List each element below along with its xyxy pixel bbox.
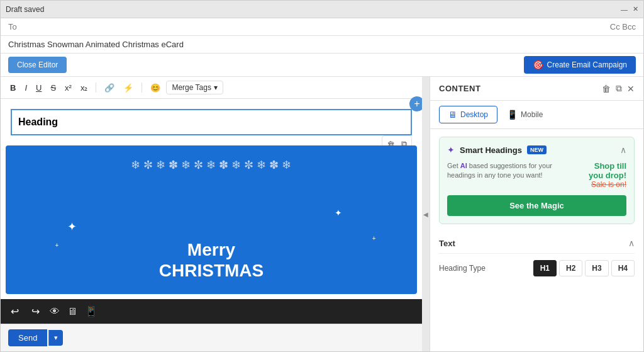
sparkle-3: + <box>55 242 58 249</box>
tab-desktop[interactable]: 🖥 Desktop <box>439 106 497 123</box>
smart-headings-title: Smart Headings <box>460 145 522 155</box>
send-dropdown-button[interactable]: ▾ <box>48 330 63 346</box>
toolbar-divider-1 <box>96 82 96 93</box>
underline-button[interactable]: U <box>33 82 45 94</box>
mobile-preview-icon[interactable]: 📱 <box>85 305 97 317</box>
merge-tags-button[interactable]: Merge Tags ▾ <box>166 81 223 94</box>
close-window-button[interactable]: ✕ <box>633 5 638 13</box>
smart-headings-title-row: ✦ Smart Headings NEW <box>447 145 547 155</box>
send-button[interactable]: Send <box>8 329 47 346</box>
add-block-icon[interactable]: + <box>409 96 422 111</box>
subscript-button[interactable]: x₂ <box>77 82 91 94</box>
text-section-header: Text ∧ <box>439 233 635 254</box>
christmas-card-image: ❄ ✼ ❄ ✽ ❄ ✼ ❄ ✽ ❄ ✼ ❄ ✽ ❄ ✦ ✦ + + Merry … <box>6 145 417 294</box>
link-button[interactable]: 🔗 <box>101 82 118 94</box>
superscript-button[interactable]: x² <box>62 82 75 94</box>
snowflakes-row: ❄ ✼ ❄ ✽ ❄ ✼ ❄ ✽ ❄ ✼ ❄ ✽ ❄ <box>6 158 417 172</box>
editor-toolbar-row: Close Editor 🎯 Create Email Campaign <box>1 54 643 77</box>
title-bar: Draft saved — ✕ <box>1 1 643 18</box>
ai-text: AI <box>460 162 467 169</box>
text-section-collapse-button[interactable]: ∧ <box>628 238 635 248</box>
send-area: Send ▾ <box>1 324 422 351</box>
strikethrough-button[interactable]: S <box>47 82 59 94</box>
panel-duplicate-button[interactable]: ⧉ <box>616 83 622 94</box>
collapse-arrow[interactable]: ◀ <box>423 211 428 218</box>
cc-bcc-button[interactable]: Cc Bcc <box>610 22 636 31</box>
heading-block: Heading + 🗑 ⧉ <box>6 104 417 140</box>
text-section-title: Text <box>439 239 455 248</box>
smart-headings-content: Get AI based suggestions for your headin… <box>447 161 626 189</box>
smart-desc-text: Get AI based suggestions for your headin… <box>447 161 575 181</box>
editor-area: B I U S x² x₂ 🔗 ⚡ 😊 Merge Tags ▾ Head <box>1 77 422 351</box>
sale-text: Sale is on! <box>581 180 626 189</box>
christmas-text: Merry CHRISTMAS <box>159 239 264 281</box>
heading-editable[interactable]: Heading <box>11 109 412 135</box>
compose-to-row: To Cc Bcc <box>1 18 643 36</box>
preview-icon[interactable]: 👁 <box>50 306 60 317</box>
subject-row: Christmas Snowman Animated Christmas eCa… <box>1 36 643 54</box>
text-section: Text ∧ Heading Type H1 H2 H3 H4 <box>439 233 635 276</box>
scroll-divider: ◀ <box>422 77 430 351</box>
footer-controls: ↩ ↪ 👁 🖥 📱 <box>8 304 97 319</box>
right-panel: CONTENT 🗑 ⧉ ✕ 🖥 Desktop 📱 Mobile <box>430 77 643 351</box>
heading-type-row: Heading Type H1 H2 H3 H4 <box>439 260 635 276</box>
smart-headings-section: ✦ Smart Headings NEW ∧ Get AI based sugg… <box>439 137 635 224</box>
minimize-button[interactable]: — <box>621 6 628 13</box>
sparkle-1: ✦ <box>67 220 77 234</box>
h4-button[interactable]: H4 <box>611 260 635 276</box>
ai-sparkle-icon: ✦ <box>447 145 455 155</box>
editor-footer: ↩ ↪ 👁 🖥 📱 <box>1 299 422 324</box>
bold-button[interactable]: B <box>7 82 19 94</box>
sparkle-4: + <box>372 235 376 242</box>
sparkle-2: ✦ <box>335 208 355 218</box>
h2-button[interactable]: H2 <box>559 260 582 276</box>
campaign-icon: 🎯 <box>533 60 543 70</box>
desktop-tab-icon: 🖥 <box>448 110 457 120</box>
smart-description: Get AI based suggestions for your headin… <box>447 161 575 181</box>
h3-button[interactable]: H3 <box>585 260 608 276</box>
window-controls: — ✕ <box>621 5 638 13</box>
panel-actions: 🗑 ⧉ ✕ <box>602 83 635 94</box>
smart-headings-header: ✦ Smart Headings NEW ∧ <box>447 145 626 155</box>
undo-button[interactable]: ↩ <box>8 304 21 319</box>
window-title: Draft saved <box>6 5 44 14</box>
heading-type-label: Heading Type <box>439 264 486 273</box>
unlink-button[interactable]: ⚡ <box>120 82 136 94</box>
h1-button[interactable]: H1 <box>533 260 557 276</box>
panel-title: CONTENT <box>439 84 480 93</box>
panel-delete-button[interactable]: 🗑 <box>602 84 611 94</box>
device-tabs: 🖥 Desktop 📱 Mobile <box>430 101 643 129</box>
subject-text: Christmas Snowman Animated Christmas eCa… <box>8 40 184 49</box>
smart-preview: Shop till you drop! Sale is on! <box>581 161 626 189</box>
redo-button[interactable]: ↪ <box>29 304 42 319</box>
to-label: To <box>8 22 17 31</box>
toolbar-divider-2 <box>142 82 142 93</box>
tab-mobile[interactable]: 📱 Mobile <box>497 106 552 123</box>
shop-text: Shop till you drop! <box>581 161 626 180</box>
new-badge: NEW <box>527 145 547 154</box>
format-toolbar: B I U S x² x₂ 🔗 ⚡ 😊 Merge Tags ▾ <box>1 77 422 99</box>
see-magic-button[interactable]: See the Magic <box>447 195 626 216</box>
panel-content: ✦ Smart Headings NEW ∧ Get AI based sugg… <box>430 129 643 351</box>
panel-close-button[interactable]: ✕ <box>627 84 635 94</box>
email-editor-window: Draft saved — ✕ To Cc Bcc Christmas Snow… <box>0 0 644 352</box>
heading-type-buttons: H1 H2 H3 H4 <box>533 260 635 276</box>
heading-text[interactable]: Heading <box>18 116 58 127</box>
smart-headings-collapse-button[interactable]: ∧ <box>620 145 626 155</box>
panel-header: CONTENT 🗑 ⧉ ✕ <box>430 77 643 101</box>
mobile-tab-icon: 📱 <box>507 110 518 120</box>
close-editor-button[interactable]: Close Editor <box>8 57 67 73</box>
desktop-preview-icon[interactable]: 🖥 <box>67 306 77 317</box>
emoji-button[interactable]: 😊 <box>147 82 164 94</box>
create-campaign-button[interactable]: 🎯 Create Email Campaign <box>524 56 636 74</box>
main-area: B I U S x² x₂ 🔗 ⚡ 😊 Merge Tags ▾ Head <box>1 77 643 351</box>
italic-button[interactable]: I <box>21 82 30 94</box>
